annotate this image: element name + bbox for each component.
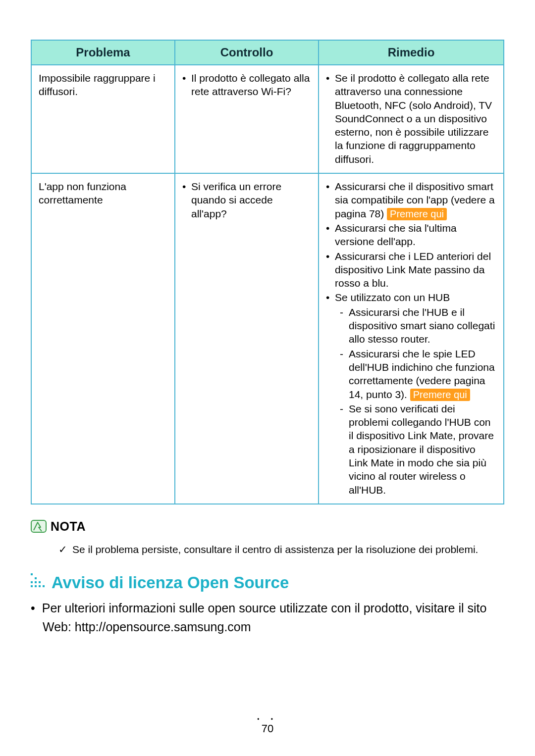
table-row: L'app non funziona correttamente Si veri… (31, 173, 504, 504)
svg-rect-7 (35, 585, 37, 587)
control-item: Il prodotto è collegato alla rete attrav… (182, 71, 311, 99)
note-label: NOTA (51, 519, 86, 534)
cell-remedy: Se il prodotto è collegato alla rete att… (319, 65, 504, 173)
cell-problem: L'app non funziona correttamente (31, 173, 175, 504)
note-icon (31, 519, 47, 533)
page-number: • • 70 (0, 718, 535, 735)
svg-rect-3 (31, 581, 33, 583)
control-item: Si verifica un errore quando si accede a… (182, 180, 311, 220)
remedy-subitem: Assicurarsi che l'HUB e il dispositivo s… (335, 305, 496, 346)
note-text: Se il problema persiste, consultare il c… (58, 543, 504, 556)
troubleshooting-table: Problema Controllo Rimedio Impossibile r… (31, 40, 504, 504)
note-block: NOTA (31, 519, 504, 534)
remedy-text: Se utilizzato con un HUB (335, 292, 450, 303)
header-remedy: Rimedio (319, 40, 504, 65)
svg-rect-4 (35, 581, 37, 583)
header-problem: Problema (31, 40, 175, 65)
remedy-subitem: Se si sono verificati dei problemi colle… (335, 402, 496, 497)
premere-link[interactable]: Premere qui (410, 389, 470, 401)
remedy-item: Se utilizzato con un HUB Assicurarsi che… (326, 291, 496, 496)
remedy-item: Se il prodotto è collegato alla rete att… (326, 71, 496, 166)
svg-rect-8 (39, 585, 41, 587)
svg-rect-0 (31, 520, 46, 532)
remedy-item: Assicurarsi che il dispositivo smart sia… (326, 180, 496, 220)
page-number-dots: • • (0, 718, 535, 721)
cell-problem: Impossibile raggruppare i diffusori. (31, 65, 175, 173)
section-heading: Avviso di licenza Open Source (52, 573, 289, 592)
remedy-item: Assicurarsi che sia l'ultima versione de… (326, 221, 496, 249)
cell-control: Si verifica un errore quando si accede a… (175, 173, 319, 504)
remedy-item: Assicurarsi che i LED anteriori del disp… (326, 250, 496, 290)
cell-remedy: Assicurarsi che il dispositivo smart sia… (319, 173, 504, 504)
svg-rect-9 (43, 585, 45, 587)
page-number-value: 70 (262, 722, 273, 735)
remedy-subitem: Assicurarsi che le spie LED dell'HUB ind… (335, 347, 496, 401)
table-row: Impossibile raggruppare i diffusori. Il … (31, 65, 504, 173)
svg-rect-6 (31, 585, 33, 587)
grid-dots-icon (31, 573, 46, 588)
svg-rect-1 (31, 573, 33, 575)
svg-rect-2 (35, 577, 37, 579)
cell-control: Il prodotto è collegato alla rete attrav… (175, 65, 319, 173)
header-control: Controllo (175, 40, 319, 65)
premere-link[interactable]: Premere qui (387, 208, 447, 220)
section-heading-row: Avviso di licenza Open Source (31, 573, 504, 592)
svg-rect-5 (39, 581, 41, 583)
body-paragraph: Per ulteriori informazioni sulle open so… (31, 599, 504, 636)
